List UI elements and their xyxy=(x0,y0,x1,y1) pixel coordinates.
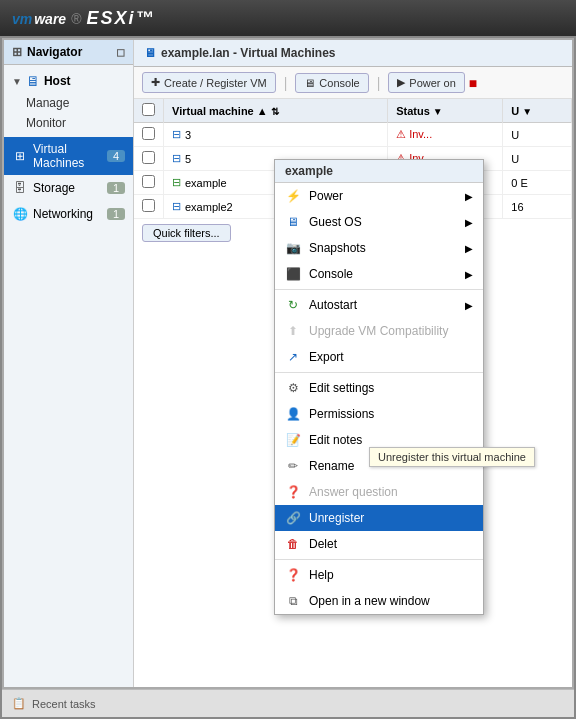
sidebar: ⊞ Navigator ◻ ▼ 🖥 Host Manage Monitor xyxy=(4,40,134,687)
power-icon: ▶ xyxy=(397,76,405,89)
table-area: Virtual machine ▲ ⇅ Status ▼ U ▼ xyxy=(134,99,572,687)
context-menu-sep-2 xyxy=(275,372,483,373)
delete-menu-icon: 🗑 xyxy=(285,536,301,552)
context-menu-sep-3 xyxy=(275,559,483,560)
upgrade-vm-menu-icon: ⬆ xyxy=(285,323,301,339)
sidebar-vm-label: Virtual Machines xyxy=(33,142,102,170)
context-menu-upgrade-vm: ⬆ Upgrade VM Compatibility xyxy=(275,318,483,344)
sidebar-item-monitor[interactable]: Monitor xyxy=(4,113,133,133)
sidebar-vm-badge: 4 xyxy=(107,150,125,162)
context-menu: example ⚡ Power ▶ 🖥 Guest OS ▶ 📷 Snapsho… xyxy=(274,159,484,615)
col-status: Status ▼ xyxy=(388,99,503,123)
sidebar-storage-label: Storage xyxy=(33,181,75,195)
table-row[interactable]: ⊟ 3 ⚠ Inv... U xyxy=(134,123,572,147)
power-menu-icon: ⚡ xyxy=(285,188,301,204)
context-menu-permissions[interactable]: 👤 Permissions xyxy=(275,401,483,427)
context-menu-export[interactable]: ↗ Export xyxy=(275,344,483,370)
create-icon: ✚ xyxy=(151,76,160,89)
select-all-checkbox[interactable] xyxy=(142,103,155,116)
context-menu-snapshots[interactable]: 📷 Snapshots ▶ xyxy=(275,235,483,261)
row-example-col4: 0 E xyxy=(503,171,572,195)
export-menu-icon: ↗ xyxy=(285,349,301,365)
vm-example-icon: ⊟ xyxy=(172,176,181,189)
context-menu-edit-settings[interactable]: ⚙ Edit settings xyxy=(275,375,483,401)
snapshots-menu-icon: 📷 xyxy=(285,240,301,256)
sidebar-item-virtual-machines[interactable]: ⊞ Virtual Machines 4 xyxy=(4,137,133,175)
permissions-menu-icon: 👤 xyxy=(285,406,301,422)
vm-example2-icon: ⊟ xyxy=(172,200,181,213)
unregister-menu-icon: 🔗 xyxy=(285,510,301,526)
toolbar: ✚ Create / Register VM | 🖥 Console | ▶ P… xyxy=(134,67,572,99)
context-menu-help[interactable]: ❓ Help xyxy=(275,562,483,588)
power-arrow-icon: ▶ xyxy=(465,191,473,202)
row-3-status: ⚠ Inv... xyxy=(388,123,503,147)
networking-icon: 🌐 xyxy=(12,206,28,222)
row-example2-checkbox[interactable] xyxy=(134,195,164,219)
toolbar-sep-2: | xyxy=(377,75,381,91)
autostart-menu-icon: ↻ xyxy=(285,297,301,313)
context-menu-open-new-window[interactable]: ⧉ Open in a new window xyxy=(275,588,483,614)
sidebar-header: ⊞ Navigator ◻ xyxy=(4,40,133,65)
edit-notes-menu-icon: 📝 xyxy=(285,432,301,448)
sidebar-networking-badge: 1 xyxy=(107,208,125,220)
snapshots-arrow-icon: ▶ xyxy=(465,243,473,254)
guest-os-menu-icon: 🖥 xyxy=(285,214,301,230)
row-example-checkbox[interactable] xyxy=(134,171,164,195)
status-badge: ⚠ Inv... xyxy=(396,128,432,140)
footer: 📋 Recent tasks xyxy=(2,689,574,717)
col-checkbox xyxy=(134,99,164,123)
open-new-window-menu-icon: ⧉ xyxy=(285,593,301,609)
host-collapse-triangle[interactable]: ▼ xyxy=(12,76,22,87)
sidebar-item-networking[interactable]: 🌐 Networking 1 xyxy=(4,201,133,227)
toolbar-sep-1: | xyxy=(284,75,288,91)
sidebar-item-manage[interactable]: Manage xyxy=(4,93,133,113)
console-button[interactable]: 🖥 Console xyxy=(295,73,368,93)
brand-vm-text: vm xyxy=(12,11,32,27)
virtual-machines-icon: ⊞ xyxy=(12,148,28,164)
sidebar-collapse-icon[interactable]: ◻ xyxy=(116,46,125,59)
sidebar-host-label: Host xyxy=(44,74,71,88)
context-menu-console[interactable]: ⬛ Console ▶ xyxy=(275,261,483,287)
answer-question-menu-icon: ❓ xyxy=(285,484,301,500)
create-register-vm-button[interactable]: ✚ Create / Register VM xyxy=(142,72,276,93)
context-menu-title: example xyxy=(275,160,483,183)
context-menu-autostart[interactable]: ↻ Autostart ▶ xyxy=(275,292,483,318)
quick-filters-button[interactable]: Quick filters... xyxy=(142,224,231,242)
power-on-button[interactable]: ▶ Power on xyxy=(388,72,464,93)
header-bar: vmware ® ESXi™ xyxy=(0,0,576,36)
vm-5-icon: ⊟ xyxy=(172,152,181,165)
row-3-col4: U xyxy=(503,123,572,147)
help-menu-icon: ❓ xyxy=(285,567,301,583)
sidebar-host-row: ▼ 🖥 Host xyxy=(4,69,133,93)
main-container: ⊞ Navigator ◻ ▼ 🖥 Host Manage Monitor xyxy=(0,36,576,719)
content-header-icon: 🖥 xyxy=(144,46,156,60)
brand-esxi-text: ESXi™ xyxy=(86,8,155,29)
context-menu-answer-question: ❓ Answer question xyxy=(275,479,483,505)
sort-icon[interactable]: ⇅ xyxy=(271,106,279,117)
sidebar-item-storage[interactable]: 🗄 Storage 1 xyxy=(4,175,133,201)
row-3-checkbox[interactable] xyxy=(134,123,164,147)
content-area: 🖥 example.lan - Virtual Machines ✚ Creat… xyxy=(134,40,572,687)
guest-os-arrow-icon: ▶ xyxy=(465,217,473,228)
console-icon: 🖥 xyxy=(304,77,315,89)
console-arrow-icon: ▶ xyxy=(465,269,473,280)
row-3-name: ⊟ 3 xyxy=(164,123,388,147)
context-menu-unregister[interactable]: 🔗 Unregister xyxy=(275,505,483,531)
used-filter-icon[interactable]: ▼ xyxy=(522,106,532,117)
col-used: U ▼ xyxy=(503,99,572,123)
context-menu-power[interactable]: ⚡ Power ▶ xyxy=(275,183,483,209)
content-title: example.lan - Virtual Machines xyxy=(161,46,336,60)
vmware-logo: vmware ® ESXi™ xyxy=(12,8,156,29)
context-menu-guest-os[interactable]: 🖥 Guest OS ▶ xyxy=(275,209,483,235)
sidebar-networking-label: Networking xyxy=(33,207,93,221)
navigator-icon: ⊞ xyxy=(12,45,22,59)
row-5-checkbox[interactable] xyxy=(134,147,164,171)
edit-settings-menu-icon: ⚙ xyxy=(285,380,301,396)
context-menu-sep-1 xyxy=(275,289,483,290)
status-filter-icon[interactable]: ▼ xyxy=(433,106,443,117)
console-menu-icon: ⬛ xyxy=(285,266,301,282)
rename-menu-icon: ✏ xyxy=(285,458,301,474)
table-header-row: Virtual machine ▲ ⇅ Status ▼ U ▼ xyxy=(134,99,572,123)
row-5-col4: U xyxy=(503,147,572,171)
context-menu-delete[interactable]: 🗑 Delet xyxy=(275,531,483,557)
